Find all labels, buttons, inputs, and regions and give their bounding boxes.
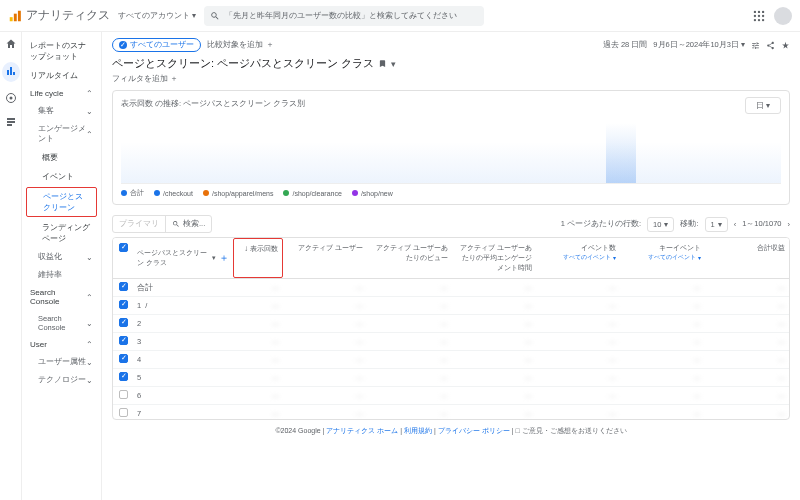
line-chart[interactable] <box>121 114 781 184</box>
sidebar-item-pages[interactable]: ページとスクリーン <box>26 187 97 217</box>
chevron-down-icon[interactable]: ▾ <box>391 59 396 69</box>
chip-all-users[interactable]: ✓すべてのユーザー <box>112 38 201 52</box>
col-active-users[interactable]: アクティブ ユーザー <box>283 238 367 278</box>
svg-point-7 <box>758 14 760 16</box>
col-revenue[interactable]: 合計収益 <box>705 238 789 278</box>
sidebar-item-overview[interactable]: 概要 <box>22 148 101 167</box>
footer-feedback[interactable]: □ ご意見・ご感想をお送りください <box>515 427 626 434</box>
table-row[interactable]: 4 ——————— <box>113 351 789 369</box>
row-checkbox[interactable] <box>119 390 128 399</box>
share-icon[interactable] <box>766 41 775 50</box>
table-row[interactable]: 1 /——————— <box>113 297 789 315</box>
footer-link-home[interactable]: アナリティクス ホーム <box>326 427 398 434</box>
insights-icon[interactable] <box>781 41 790 50</box>
row-checkbox[interactable] <box>119 318 128 327</box>
add-comparison-button[interactable]: 比較対象を追加 ＋ <box>207 40 274 50</box>
chevron-down-icon: ▾ <box>192 11 196 20</box>
row-checkbox[interactable] <box>119 282 128 291</box>
account-selector[interactable]: すべてのアカウント ▾ <box>118 10 196 21</box>
search-icon <box>172 220 180 228</box>
col-dimension[interactable]: ページパスとスクリーン クラス ▾ ＋ <box>133 238 233 278</box>
sidebar-section-lifecycle[interactable]: Life cycle⌃ <box>22 85 101 102</box>
table-row[interactable]: 3 ——————— <box>113 333 789 351</box>
sidebar-item-realtime[interactable]: リアルタイム <box>22 66 101 85</box>
search-input[interactable]: 「先月と昨年同月のユーザー数の比較」と検索してみてください <box>204 6 484 26</box>
avatar[interactable] <box>774 7 792 25</box>
sidebar-item-userattr[interactable]: ユーザー属性⌄ <box>22 353 101 371</box>
sidebar-item-retention[interactable]: 維持率 <box>22 266 101 284</box>
apps-icon[interactable] <box>752 9 766 23</box>
row-checkbox[interactable] <box>119 372 128 381</box>
sidebar-item-tech[interactable]: テクノロジー⌄ <box>22 371 101 389</box>
chart-legend: 合計 /checkout /shop/apparel/mens /shop/cl… <box>121 188 781 198</box>
plus-icon[interactable]: ＋ <box>219 251 229 265</box>
page-next-button[interactable]: › <box>788 220 791 229</box>
date-range-picker[interactable]: 9月6日～2024年10月3日 ▾ <box>653 40 745 50</box>
granularity-selector[interactable]: 日 ▾ <box>745 97 781 114</box>
date-prefix: 過去 28 日間 <box>603 40 648 50</box>
data-table: ページパスとスクリーン クラス ▾ ＋ ↓ 表示回数 アクティブ ユーザー アク… <box>112 237 790 420</box>
svg-rect-1 <box>14 13 17 21</box>
sidebar-item-sc[interactable]: Search Console⌄ <box>22 310 101 336</box>
col-event-count[interactable]: イベント数すべてのイベント ▾ <box>536 238 620 278</box>
page-prev-button[interactable]: ‹ <box>734 220 737 229</box>
check-icon: ✓ <box>119 41 127 49</box>
legend-dot-icon <box>203 190 209 196</box>
sidebar-item-landing[interactable]: ランディング ページ <box>22 218 101 248</box>
table-row[interactable]: 7 ——————— <box>113 405 789 419</box>
col-avg-engagement[interactable]: アクティブ ユーザーあたりの平均エンゲージメント時間 <box>452 238 536 278</box>
chart-card: 表示回数 の推移: ページパスとスクリーン クラス別 日 ▾ 合計 /check… <box>112 90 790 205</box>
bookmark-icon[interactable] <box>378 59 387 68</box>
chevron-up-icon: ⌃ <box>86 293 93 302</box>
chevron-down-icon: ⌄ <box>86 376 93 385</box>
page-range: 1～10/1070 <box>742 219 781 229</box>
svg-point-13 <box>9 97 12 100</box>
col-views[interactable]: ↓ 表示回数 <box>233 238 283 278</box>
legend-dot-icon <box>283 190 289 196</box>
table-row[interactable]: 5 ——————— <box>113 369 789 387</box>
sidebar-item-acquisition[interactable]: 集客⌄ <box>22 102 101 120</box>
table-row[interactable]: 2 ——————— <box>113 315 789 333</box>
sidebar-item-monetize[interactable]: 収益化⌄ <box>22 248 101 266</box>
chevron-down-icon: ⌄ <box>86 319 93 328</box>
logo[interactable]: アナリティクス <box>8 7 110 24</box>
sidebar-section-user[interactable]: User⌃ <box>22 336 101 353</box>
app-name: アナリティクス <box>26 7 110 24</box>
table-search[interactable]: プライマリ 検索... <box>112 215 212 233</box>
explore-icon[interactable] <box>5 92 17 106</box>
chevron-up-icon: ⌃ <box>86 130 93 139</box>
event-filter-select[interactable]: すべてのイベント ▾ <box>540 253 616 262</box>
sidebar-item-snapshot[interactable]: レポートのスナップショット <box>22 36 101 66</box>
sidebar-item-engagement[interactable]: エンゲージメント⌃ <box>22 120 101 148</box>
footer-link-privacy[interactable]: プライバシー ポリシー <box>438 427 510 434</box>
footer-link-terms[interactable]: 利用規約 <box>404 427 432 434</box>
ads-icon[interactable] <box>5 116 17 130</box>
row-checkbox[interactable] <box>119 300 128 309</box>
svg-point-9 <box>754 18 756 20</box>
sort-down-icon: ↓ <box>244 244 248 253</box>
main: ✓すべてのユーザー 比較対象を追加 ＋ 過去 28 日間 9月6日～2024年1… <box>102 32 800 500</box>
chevron-up-icon: ⌃ <box>86 89 93 98</box>
home-icon[interactable] <box>5 38 17 52</box>
table-row[interactable]: 6 ——————— <box>113 387 789 405</box>
col-views-per-user[interactable]: アクティブ ユーザーあたりのビュー <box>367 238 451 278</box>
select-all-checkbox[interactable] <box>119 243 128 252</box>
goto-page-select[interactable]: 1 ▾ <box>705 217 728 232</box>
row-checkbox[interactable] <box>119 354 128 363</box>
legend-dot-icon <box>352 190 358 196</box>
search-icon <box>210 11 220 21</box>
row-checkbox[interactable] <box>119 336 128 345</box>
row-checkbox[interactable] <box>119 408 128 417</box>
sidebar-item-events[interactable]: イベント <box>22 167 101 186</box>
svg-point-11 <box>762 18 764 20</box>
customize-icon[interactable] <box>751 41 760 50</box>
rows-per-page-select[interactable]: 10 ▾ <box>647 217 674 232</box>
svg-rect-2 <box>18 10 21 21</box>
sidebar-section-sc[interactable]: Search Console⌃ <box>22 284 101 310</box>
svg-point-10 <box>758 18 760 20</box>
plus-icon: ＋ <box>266 40 274 50</box>
add-filter-button[interactable]: フィルタを追加 ＋ <box>112 74 790 84</box>
col-key-events[interactable]: キーイベントすべてのイベント ▾ <box>620 238 704 278</box>
reports-icon[interactable] <box>2 62 20 82</box>
keyevent-filter-select[interactable]: すべてのイベント ▾ <box>624 253 700 262</box>
